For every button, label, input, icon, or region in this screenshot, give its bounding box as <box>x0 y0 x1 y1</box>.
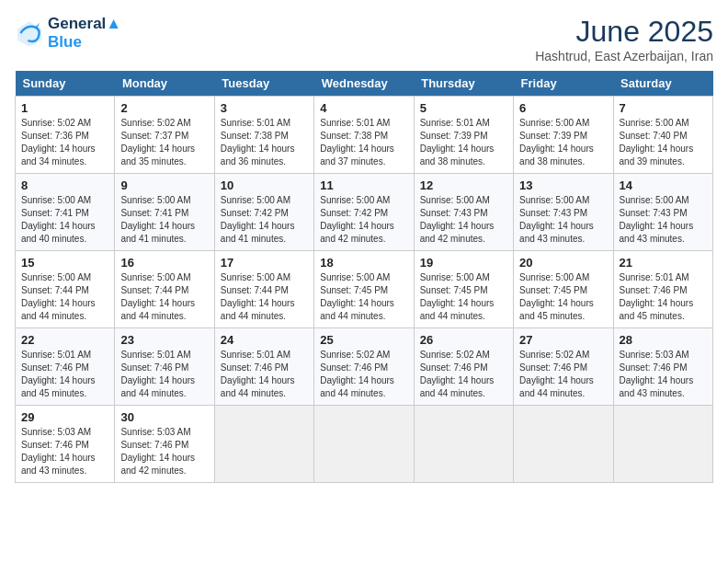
day-info: Sunrise: 5:03 AM Sunset: 7:46 PM Dayligh… <box>620 349 707 400</box>
day-info: Sunrise: 5:01 AM Sunset: 7:38 PM Dayligh… <box>221 117 308 168</box>
table-row: 8 Sunrise: 5:00 AM Sunset: 7:41 PM Dayli… <box>16 174 115 251</box>
day-number: 21 <box>620 256 707 270</box>
table-row: 29 Sunrise: 5:03 AM Sunset: 7:46 PM Dayl… <box>16 406 115 483</box>
day-info: Sunrise: 5:00 AM Sunset: 7:44 PM Dayligh… <box>221 271 308 323</box>
day-number: 11 <box>320 178 407 192</box>
calendar-table: Sunday Monday Tuesday Wednesday Thursday… <box>15 71 713 483</box>
header-tuesday: Tuesday <box>214 71 313 97</box>
day-number: 19 <box>420 256 507 270</box>
table-row: 13 Sunrise: 5:00 AM Sunset: 7:43 PM Dayl… <box>514 174 613 251</box>
table-row: 6 Sunrise: 5:00 AM Sunset: 7:39 PM Dayli… <box>514 97 613 174</box>
table-row: 19 Sunrise: 5:00 AM Sunset: 7:45 PM Dayl… <box>414 251 513 328</box>
table-row: 22 Sunrise: 5:01 AM Sunset: 7:46 PM Dayl… <box>16 328 115 406</box>
table-row: 28 Sunrise: 5:03 AM Sunset: 7:46 PM Dayl… <box>613 328 712 406</box>
day-number: 1 <box>21 101 108 115</box>
table-row: 3 Sunrise: 5:01 AM Sunset: 7:38 PM Dayli… <box>214 97 313 174</box>
logo: General▲ Blue <box>15 15 121 52</box>
header-thursday: Thursday <box>414 71 513 97</box>
table-row: 25 Sunrise: 5:02 AM Sunset: 7:46 PM Dayl… <box>314 328 414 406</box>
day-number: 5 <box>420 101 507 115</box>
table-row: 4 Sunrise: 5:01 AM Sunset: 7:38 PM Dayli… <box>314 97 414 174</box>
day-number: 3 <box>221 101 308 115</box>
day-info: Sunrise: 5:00 AM Sunset: 7:43 PM Dayligh… <box>420 194 507 246</box>
page-header: General▲ Blue June 2025 Hashtrud, East A… <box>15 15 713 63</box>
table-row: 12 Sunrise: 5:00 AM Sunset: 7:43 PM Dayl… <box>414 174 513 251</box>
table-row: 7 Sunrise: 5:00 AM Sunset: 7:40 PM Dayli… <box>613 97 712 174</box>
day-number: 23 <box>120 333 208 347</box>
day-info: Sunrise: 5:00 AM Sunset: 7:43 PM Dayligh… <box>519 194 607 246</box>
day-number: 13 <box>519 178 607 192</box>
header-saturday: Saturday <box>613 71 712 97</box>
day-info: Sunrise: 5:00 AM Sunset: 7:43 PM Dayligh… <box>620 194 707 246</box>
header-wednesday: Wednesday <box>314 71 414 97</box>
table-row: 18 Sunrise: 5:00 AM Sunset: 7:45 PM Dayl… <box>314 251 414 328</box>
day-info: Sunrise: 5:00 AM Sunset: 7:45 PM Dayligh… <box>519 271 607 323</box>
week-row-2: 8 Sunrise: 5:00 AM Sunset: 7:41 PM Dayli… <box>16 174 713 251</box>
table-row: 9 Sunrise: 5:00 AM Sunset: 7:41 PM Dayli… <box>115 174 214 251</box>
day-number: 16 <box>120 256 208 270</box>
day-info: Sunrise: 5:00 AM Sunset: 7:42 PM Dayligh… <box>320 194 407 246</box>
day-number: 10 <box>221 178 308 192</box>
day-info: Sunrise: 5:00 AM Sunset: 7:39 PM Dayligh… <box>519 117 607 168</box>
week-row-4: 22 Sunrise: 5:01 AM Sunset: 7:46 PM Dayl… <box>16 328 713 406</box>
day-info: Sunrise: 5:00 AM Sunset: 7:40 PM Dayligh… <box>620 117 707 168</box>
table-row: 30 Sunrise: 5:03 AM Sunset: 7:46 PM Dayl… <box>115 406 214 483</box>
week-row-1: 1 Sunrise: 5:02 AM Sunset: 7:36 PM Dayli… <box>16 97 713 174</box>
day-number: 15 <box>21 256 108 270</box>
table-row: 15 Sunrise: 5:00 AM Sunset: 7:44 PM Dayl… <box>16 251 115 328</box>
title-area: June 2025 Hashtrud, East Azerbaijan, Ira… <box>535 15 713 63</box>
table-row: 23 Sunrise: 5:01 AM Sunset: 7:46 PM Dayl… <box>115 328 214 406</box>
day-number: 2 <box>120 101 208 115</box>
table-row: 11 Sunrise: 5:00 AM Sunset: 7:42 PM Dayl… <box>314 174 414 251</box>
day-number: 6 <box>519 101 607 115</box>
day-number: 9 <box>120 178 208 192</box>
day-info: Sunrise: 5:03 AM Sunset: 7:46 PM Dayligh… <box>120 426 208 477</box>
logo-text: General▲ Blue <box>48 15 121 52</box>
table-row: 26 Sunrise: 5:02 AM Sunset: 7:46 PM Dayl… <box>414 328 513 406</box>
day-info: Sunrise: 5:00 AM Sunset: 7:45 PM Dayligh… <box>420 271 507 323</box>
day-info: Sunrise: 5:00 AM Sunset: 7:41 PM Dayligh… <box>21 194 108 246</box>
table-row <box>613 406 712 483</box>
day-info: Sunrise: 5:00 AM Sunset: 7:42 PM Dayligh… <box>221 194 308 246</box>
day-info: Sunrise: 5:00 AM Sunset: 7:41 PM Dayligh… <box>120 194 208 246</box>
day-info: Sunrise: 5:02 AM Sunset: 7:46 PM Dayligh… <box>420 349 507 400</box>
day-info: Sunrise: 5:02 AM Sunset: 7:46 PM Dayligh… <box>320 349 407 400</box>
table-row: 16 Sunrise: 5:00 AM Sunset: 7:44 PM Dayl… <box>115 251 214 328</box>
day-number: 20 <box>519 256 607 270</box>
day-number: 29 <box>21 410 108 424</box>
table-row: 1 Sunrise: 5:02 AM Sunset: 7:36 PM Dayli… <box>16 97 115 174</box>
day-number: 17 <box>221 256 308 270</box>
table-row <box>514 406 613 483</box>
day-info: Sunrise: 5:01 AM Sunset: 7:39 PM Dayligh… <box>420 117 507 168</box>
day-info: Sunrise: 5:01 AM Sunset: 7:38 PM Dayligh… <box>320 117 407 168</box>
day-info: Sunrise: 5:01 AM Sunset: 7:46 PM Dayligh… <box>221 349 308 400</box>
table-row: 21 Sunrise: 5:01 AM Sunset: 7:46 PM Dayl… <box>613 251 712 328</box>
table-row: 14 Sunrise: 5:00 AM Sunset: 7:43 PM Dayl… <box>613 174 712 251</box>
logo-icon <box>15 18 44 48</box>
week-row-5: 29 Sunrise: 5:03 AM Sunset: 7:46 PM Dayl… <box>16 406 713 483</box>
week-row-3: 15 Sunrise: 5:00 AM Sunset: 7:44 PM Dayl… <box>16 251 713 328</box>
table-row: 10 Sunrise: 5:00 AM Sunset: 7:42 PM Dayl… <box>214 174 313 251</box>
day-number: 28 <box>620 333 707 347</box>
month-title: June 2025 <box>535 15 713 49</box>
day-number: 4 <box>320 101 407 115</box>
day-info: Sunrise: 5:00 AM Sunset: 7:45 PM Dayligh… <box>320 271 407 323</box>
table-row: 27 Sunrise: 5:02 AM Sunset: 7:46 PM Dayl… <box>514 328 613 406</box>
day-number: 30 <box>120 410 208 424</box>
table-row: 2 Sunrise: 5:02 AM Sunset: 7:37 PM Dayli… <box>115 97 214 174</box>
location-subtitle: Hashtrud, East Azerbaijan, Iran <box>535 49 713 63</box>
day-info: Sunrise: 5:03 AM Sunset: 7:46 PM Dayligh… <box>21 426 108 477</box>
day-info: Sunrise: 5:00 AM Sunset: 7:44 PM Dayligh… <box>21 271 108 323</box>
table-row: 17 Sunrise: 5:00 AM Sunset: 7:44 PM Dayl… <box>214 251 313 328</box>
day-info: Sunrise: 5:02 AM Sunset: 7:37 PM Dayligh… <box>120 117 208 168</box>
day-number: 14 <box>620 178 707 192</box>
day-info: Sunrise: 5:01 AM Sunset: 7:46 PM Dayligh… <box>620 271 707 323</box>
header-friday: Friday <box>514 71 613 97</box>
header-sunday: Sunday <box>16 71 115 97</box>
day-number: 24 <box>221 333 308 347</box>
table-row <box>214 406 313 483</box>
header-monday: Monday <box>115 71 214 97</box>
day-number: 12 <box>420 178 507 192</box>
day-info: Sunrise: 5:01 AM Sunset: 7:46 PM Dayligh… <box>120 349 208 400</box>
day-number: 18 <box>320 256 407 270</box>
